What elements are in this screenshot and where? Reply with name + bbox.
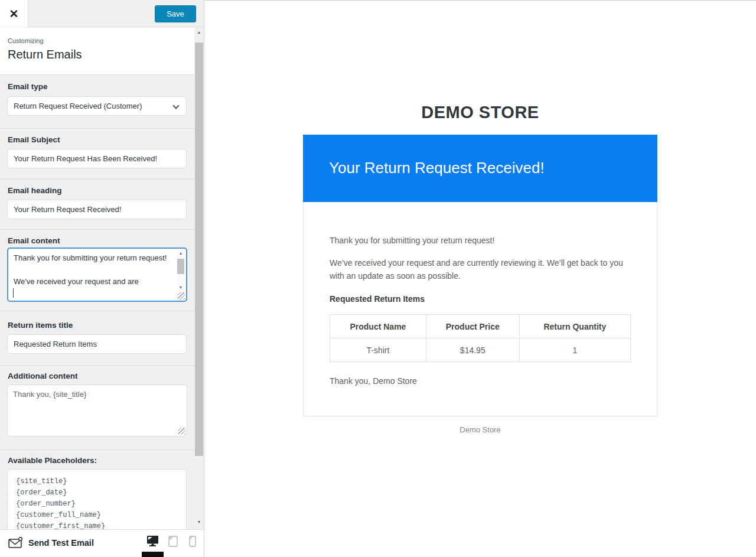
- customizing-eyebrow: Customizing: [8, 37, 194, 44]
- column-header: Product Name: [330, 315, 426, 338]
- sidebar-scrollbar-thumb[interactable]: [195, 43, 203, 456]
- email-content-textarea[interactable]: Thank you for submitting your return req…: [7, 247, 187, 302]
- placeholder-item: {customer_full_name}: [16, 510, 186, 521]
- email-footer-text: Demo Store: [303, 425, 657, 434]
- mobile-preview-button[interactable]: [189, 536, 196, 547]
- desktop-icon: [146, 535, 159, 547]
- envelope-icon: [8, 537, 23, 549]
- placeholders-box: {site_title} {order_date} {order_number}…: [7, 469, 187, 529]
- additional-content-textarea[interactable]: Thank you, {site_title}: [7, 385, 187, 437]
- email-type-label: Email type: [8, 82, 48, 91]
- textarea-scrollbar-thumb[interactable]: [177, 259, 184, 274]
- chevron-down-icon: [172, 102, 179, 109]
- column-header: Product Price: [426, 315, 519, 338]
- email-heading-input[interactable]: [7, 200, 187, 219]
- email-paragraph: Thank you for submitting your return req…: [330, 234, 631, 247]
- email-closing-text: Thank you, Demo Store: [330, 374, 631, 387]
- column-header: Return Quantity: [519, 315, 630, 338]
- placeholder-item: {order_date}: [16, 487, 186, 499]
- section-divider: [0, 179, 194, 180]
- panel-title: Return Emails: [8, 48, 194, 61]
- return-items-section-title: Requested Return Items: [330, 294, 631, 304]
- email-paragraph: We’ve received your request and are curr…: [330, 256, 631, 282]
- email-subject-label: Email Subject: [8, 135, 60, 144]
- email-content-text: Thank you for submitting your return req…: [14, 252, 173, 298]
- send-test-email-label: Send Test Email: [28, 538, 94, 548]
- section-divider: [0, 229, 194, 230]
- placeholder-item: {customer_first_name}: [16, 521, 186, 529]
- save-button[interactable]: Save: [155, 5, 196, 22]
- active-device-indicator: [142, 552, 164, 557]
- customizer-topbar: ✕ Save: [0, 0, 204, 27]
- section-divider: [0, 128, 194, 129]
- resize-handle[interactable]: [178, 292, 185, 299]
- return-quantity-cell: 1: [519, 338, 630, 362]
- scroll-up-icon[interactable]: ▲: [177, 250, 185, 257]
- table-header-row: Product Name Product Price Return Quanti…: [330, 315, 631, 338]
- return-items-title-input[interactable]: [7, 334, 187, 354]
- email-body: Thank you for submitting your return req…: [303, 202, 657, 416]
- product-price-cell: $14.95: [426, 338, 519, 362]
- scroll-up-icon[interactable]: ▲: [194, 28, 204, 37]
- return-items-title-label: Return items title: [8, 321, 73, 330]
- scroll-down-icon[interactable]: ▼: [194, 517, 204, 526]
- close-icon: ✕: [9, 7, 19, 21]
- placeholders-label: Available Placeholders:: [8, 456, 97, 465]
- section-divider: [0, 449, 194, 450]
- placeholder-item: {order_number}: [16, 499, 186, 510]
- store-name-heading: DEMO STORE: [303, 103, 657, 122]
- tablet-icon: [168, 536, 178, 547]
- placeholder-item: {site_title}: [16, 476, 186, 487]
- customizer-screen: ✕ Save Customizing Return Emails Email t…: [0, 0, 756, 557]
- email-type-select[interactable]: Return Request Received (Customer): [7, 96, 187, 116]
- email-heading-text: Your Return Request Received!: [303, 135, 657, 201]
- return-items-table: Product Name Product Price Return Quanti…: [330, 314, 631, 362]
- desktop-preview-button[interactable]: [146, 535, 159, 547]
- send-test-email-button[interactable]: Send Test Email: [8, 537, 94, 549]
- sidebar-footer-bar: Send Test Email: [0, 529, 204, 557]
- additional-content-text: Thank you, {site_title}: [13, 389, 181, 434]
- resize-handle[interactable]: [178, 428, 185, 435]
- email-preview-pane: DEMO STORE Your Return Request Received!…: [204, 0, 756, 557]
- email-type-value: Return Request Received (Customer): [14, 102, 142, 110]
- section-divider: [0, 365, 194, 366]
- panel-header: Customizing Return Emails: [0, 28, 194, 75]
- section-divider: [0, 311, 194, 311]
- sidebar-scrollbar[interactable]: ▲ ▼: [194, 28, 204, 529]
- customizer-sidebar: ✕ Save Customizing Return Emails Email t…: [0, 0, 204, 557]
- email-content-label: Email content: [8, 236, 60, 245]
- close-button[interactable]: ✕: [0, 0, 28, 27]
- mobile-icon: [189, 536, 196, 547]
- email-subject-input[interactable]: [7, 149, 187, 168]
- sidebar-scroll-area: Customizing Return Emails Email type Ret…: [0, 28, 194, 529]
- tablet-preview-button[interactable]: [168, 536, 178, 547]
- email-card: Your Return Request Received! Thank you …: [303, 135, 657, 416]
- text-caret: [13, 288, 14, 298]
- table-row: T-shirt $14.95 1: [330, 338, 631, 362]
- email-header-band: Your Return Request Received!: [303, 135, 657, 202]
- email-heading-label: Email heading: [8, 186, 62, 195]
- additional-content-label: Additional content: [8, 372, 78, 380]
- product-name-cell: T-shirt: [330, 338, 426, 362]
- scroll-down-icon[interactable]: ▼: [177, 284, 185, 291]
